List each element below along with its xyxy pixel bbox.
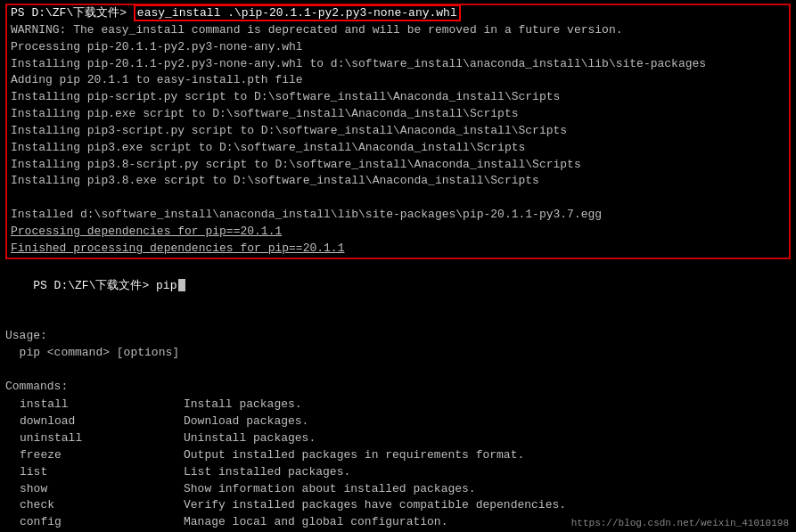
cursor [178,279,185,291]
top-output-block: PS D:\ZF\下载文件> easy_install .\pip-20.1.1… [5,4,791,259]
commands-label: Commands: [5,379,791,396]
cmd-name: install [5,397,184,413]
terminal-line: PS D:\ZF\下载文件> easy_install .\pip-20.1.1… [11,5,785,22]
terminal-line: Installing pip3.exe script to D:\softwar… [11,140,785,157]
terminal-line: Adding pip 20.1.1 to easy-install.pth fi… [11,72,785,89]
cmd-desc: Show information about installed package… [184,481,476,498]
terminal-line: Processing pip-20.1.1-py2.py3-none-any.w… [11,39,785,56]
terminal-line: Installing pip3.8.exe script to D:\softw… [11,173,785,190]
cmd-desc: Download packages. [184,413,308,430]
blank-line [5,362,791,379]
cmd-desc: Install packages. [184,397,302,413]
list-item: install Install packages. [5,397,791,413]
terminal-line: Installing pip-script.py script to D:\so… [11,89,785,106]
terminal-line-underline: Processing dependencies for pip==20.1.1 [11,224,785,241]
cmd-desc: List installed packages. [184,464,350,481]
prompt: PS D:\ZF\下载文件> [11,6,134,20]
terminal-line: Installing pip3-script.py script to D:\s… [11,123,785,140]
list-item: freeze Output installed packages in requ… [5,447,791,464]
watermark: https://blog.csdn.net/weixin_41010198 [571,518,789,528]
terminal-line-blank [11,190,785,207]
terminal-line: WARNING: The easy_install command is dep… [11,22,785,39]
list-item: check Verify installed packages have com… [5,497,791,514]
terminal-line-underline: Finished processing dependencies for pip… [11,241,785,258]
cmd-name: download [5,413,184,430]
cmd-desc: Output installed packages in requirement… [184,447,524,464]
cmd-desc: Verify installed packages have compatibl… [184,497,566,514]
usage-command: pip <command> [options] [5,345,791,362]
cmd-name: config [5,514,184,531]
terminal-line: Installing pip-20.1.1-py2.py3-none-any.w… [11,56,785,73]
list-item: download Download packages. [5,413,791,430]
list-item: show Show information about installed pa… [5,481,791,498]
terminal-line: Installing pip.exe script to D:\software… [11,106,785,123]
cmd-name: list [5,464,184,481]
cmd-name: check [5,497,184,514]
commands-table: install Install packages. download Downl… [5,397,791,532]
usage-label: Usage: [5,328,791,345]
cmd-desc: Uninstall packages. [184,430,316,447]
terminal: PS D:\ZF\下载文件> easy_install .\pip-20.1.1… [0,0,796,532]
cmd-desc: Manage local and global configuration. [184,514,447,531]
terminal-line: Installing pip3.8-script.py script to D:… [11,157,785,174]
terminal-line: Installed d:\software_install\anaconda_i… [11,207,785,224]
cmd-name: uninstall [5,430,184,447]
blank-line [5,311,791,328]
cmd-name: freeze [5,447,184,464]
list-item: uninstall Uninstall packages. [5,430,791,447]
command-highlight: easy_install .\pip-20.1.1-py2.py3-none-a… [134,4,461,21]
list-item: list List installed packages. [5,464,791,481]
cmd-name: show [5,481,184,498]
prompt: PS D:\ZF\下载文件> pip [33,279,176,292]
second-prompt-line: PS D:\ZF\下载文件> pip [5,261,791,312]
